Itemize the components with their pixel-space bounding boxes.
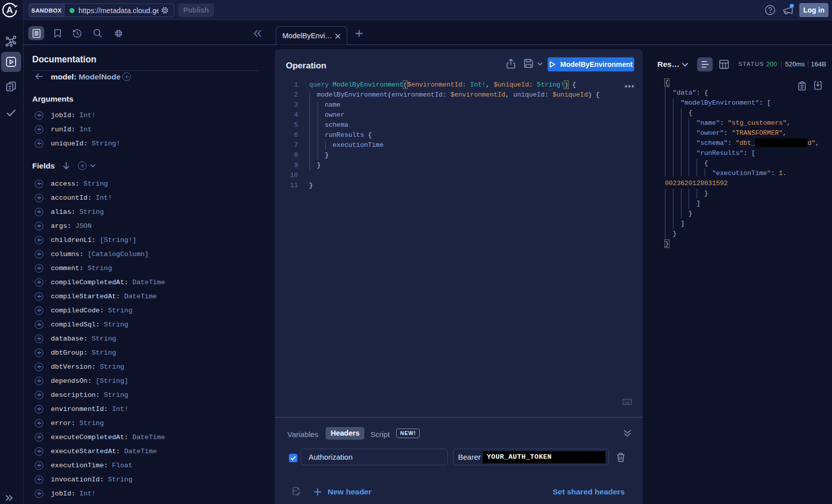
- svg-text:A: A: [7, 5, 13, 15]
